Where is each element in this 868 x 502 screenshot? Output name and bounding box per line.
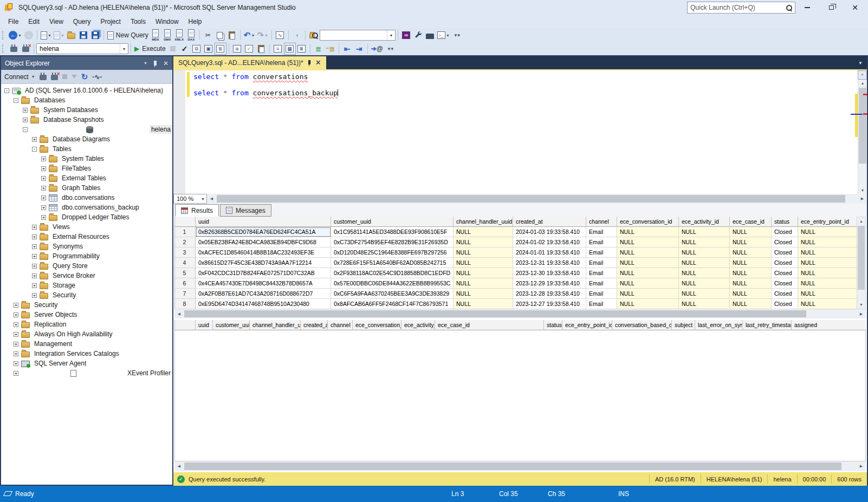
- grid-cell[interactable]: NULL: [454, 289, 513, 299]
- new-xmla-query-button[interactable]: XMLA: [173, 29, 185, 41]
- column-header-channel-handler-uuid[interactable]: channel_handler_uuid: [454, 217, 513, 227]
- grid-cell[interactable]: 0x2F938118AC02E54C9D18858BD8C1EDFD: [331, 268, 454, 278]
- expand-icon[interactable]: +: [32, 234, 37, 239]
- paste-button[interactable]: [226, 29, 238, 41]
- grid-cell[interactable]: 0xE95D6474D34147468748B9510A230480: [196, 299, 331, 309]
- expand-icon[interactable]: +: [32, 283, 37, 288]
- grid-cell[interactable]: 2023-12-30 19:33:58.410: [513, 268, 586, 278]
- expand-icon[interactable]: +: [32, 137, 37, 142]
- column-header-created-at[interactable]: created_at: [513, 217, 586, 227]
- grid-cell[interactable]: NULL: [617, 227, 679, 237]
- minimize-button[interactable]: [795, 0, 819, 15]
- tree-item-system-tables[interactable]: +System Tables: [1, 154, 172, 164]
- grid-cell[interactable]: NULL: [730, 268, 772, 278]
- activity-monitor-button[interactable]: ∿: [274, 29, 286, 41]
- scroll-left-icon[interactable]: ◀: [207, 194, 216, 204]
- code-editor[interactable]: select * from conversationsselect * from…: [173, 69, 867, 194]
- column-header-channel[interactable]: channel: [586, 217, 617, 227]
- row-header[interactable]: 6: [175, 278, 196, 289]
- grid-cell[interactable]: 0x1C9581141A5ED3488DEE93F908610E5F: [331, 227, 454, 237]
- open-file-button[interactable]: [66, 29, 77, 41]
- results-to-file-button[interactable]: 🗎: [296, 43, 308, 55]
- disabled-dropdown[interactable]: ▼: [291, 29, 303, 41]
- scrollbar-thumb[interactable]: [217, 195, 845, 203]
- grid-cell[interactable]: NULL: [617, 268, 679, 278]
- tree-item-views[interactable]: +Views: [1, 222, 172, 232]
- tree-item-dropped-ledger-tables[interactable]: +Dropped Ledger Tables: [1, 212, 172, 222]
- column-header-last-error-on-sync[interactable]: last_error_on_sync: [695, 320, 743, 330]
- parse-button[interactable]: ✓: [179, 43, 191, 55]
- tree-item-dbo-conversations-backup[interactable]: +dbo.conversations_backup: [1, 203, 172, 212]
- expand-icon[interactable]: +: [32, 264, 37, 269]
- new-dax-query-button[interactable]: DAX: [185, 29, 197, 41]
- row-header[interactable]: 4: [175, 258, 196, 268]
- statusbar-insert-mode[interactable]: INS: [618, 490, 629, 498]
- grid-cell[interactable]: 0xF042CDC31D7B824FAE072571D07C32AB: [196, 268, 331, 278]
- editor-splitter-handle[interactable]: ÷: [858, 70, 867, 80]
- grid-cell[interactable]: 2024-01-03 19:33:58.410: [513, 227, 586, 237]
- grid-cell[interactable]: 0x728E6F15F51A6540BF62AD085B242715: [331, 258, 454, 268]
- redo-button[interactable]: ↷▼: [256, 29, 269, 41]
- close-tab-icon[interactable]: ✕: [315, 60, 321, 66]
- execute-button[interactable]: ▶ Execute: [133, 43, 167, 55]
- collapse-icon[interactable]: -: [14, 98, 18, 103]
- results-to-grid-button[interactable]: ▦: [284, 43, 296, 55]
- expand-icon[interactable]: +: [41, 195, 46, 200]
- scrollbar-thumb[interactable]: [859, 88, 866, 164]
- grid-cell[interactable]: Closed: [772, 299, 798, 309]
- toolbar-overflow[interactable]: ▼▼: [384, 43, 396, 55]
- grid-cell[interactable]: NULL: [679, 299, 730, 309]
- grid-cell[interactable]: 0x4CEA457430E7D8498C84432B78D8657A: [196, 278, 331, 289]
- grid-cell[interactable]: Closed: [772, 278, 798, 289]
- statusbar-line[interactable]: Ln 3: [451, 490, 464, 498]
- grid-cell[interactable]: 0x57E00DBBC06DE844A3622EBB8B99553C: [331, 278, 454, 289]
- grid-cell[interactable]: 0x05EB23BFA24E8D4CA983EB94DBFC9D68: [196, 237, 331, 247]
- document-tab[interactable]: SQLQuery3.sql - AD...ELENA\helena (51))*…: [173, 56, 326, 69]
- tree-item-management[interactable]: +Management: [1, 339, 172, 349]
- actual-plan-button[interactable]: ≣: [215, 43, 226, 55]
- grid-cell[interactable]: NULL: [730, 289, 772, 299]
- save-button[interactable]: [77, 29, 89, 41]
- scroll-down-icon[interactable]: ▼: [858, 188, 867, 192]
- grid-cell[interactable]: NULL: [798, 237, 857, 247]
- row-header[interactable]: 5: [175, 268, 196, 278]
- grid-cell[interactable]: NULL: [679, 268, 730, 278]
- editor-code[interactable]: select * from conversationsselect * from…: [193, 73, 338, 97]
- scrollbar-thumb[interactable]: [184, 310, 806, 317]
- expand-icon[interactable]: +: [41, 176, 46, 181]
- expand-icon[interactable]: +: [41, 205, 46, 210]
- pin-icon[interactable]: [308, 60, 310, 64]
- change-connection-button[interactable]: [20, 43, 31, 55]
- column-header-assigned[interactable]: assigned: [792, 320, 866, 330]
- grid-cell[interactable]: NULL: [454, 268, 513, 278]
- grid-cell[interactable]: Email: [586, 299, 617, 309]
- save-all-button[interactable]: [89, 29, 101, 41]
- ide-button[interactable]: ∞: [400, 29, 412, 41]
- grid-cell[interactable]: NULL: [617, 299, 679, 309]
- toolbar-grip[interactable]: [2, 44, 5, 53]
- grid-cell[interactable]: Closed: [772, 237, 798, 247]
- grid-cell[interactable]: NULL: [617, 289, 679, 299]
- column-header-last-retry-timestamp[interactable]: last_retry_timestamp: [743, 320, 792, 330]
- quick-launch-input[interactable]: Quick Launch (Ctrl+Q): [687, 2, 795, 14]
- tree-item-dbo-conversations[interactable]: +dbo.conversations: [1, 193, 172, 203]
- code-line[interactable]: [193, 81, 338, 89]
- close-button[interactable]: ✕: [843, 0, 867, 15]
- filter-icon[interactable]: [72, 75, 77, 79]
- tree-item-service-broker[interactable]: +Service Broker: [1, 271, 172, 281]
- expand-icon[interactable]: +: [32, 254, 37, 259]
- results-vertical-scrollbar[interactable]: ▲ ▼: [857, 217, 866, 309]
- new-query-button[interactable]: New Query: [106, 29, 150, 41]
- tab-messages[interactable]: Messages: [220, 204, 271, 217]
- grid-cell[interactable]: NULL: [798, 227, 857, 237]
- tree-item-tables[interactable]: -Tables: [1, 144, 172, 154]
- collapse-icon[interactable]: -: [23, 127, 28, 132]
- grid-cell[interactable]: NULL: [730, 247, 772, 258]
- cancel-query-button[interactable]: [167, 43, 179, 55]
- grid-cell[interactable]: NULL: [798, 278, 857, 289]
- grid-cell[interactable]: NULL: [798, 289, 857, 299]
- pin-icon[interactable]: [154, 61, 157, 66]
- tree-item-ad-sql-server-16-0-1000-6-helena-helena[interactable]: -AD (SQL Server 16.0.1000.6 - HELENA\hel…: [1, 86, 172, 95]
- tab-results[interactable]: Results: [175, 204, 219, 217]
- cut-button[interactable]: ✂: [202, 29, 214, 41]
